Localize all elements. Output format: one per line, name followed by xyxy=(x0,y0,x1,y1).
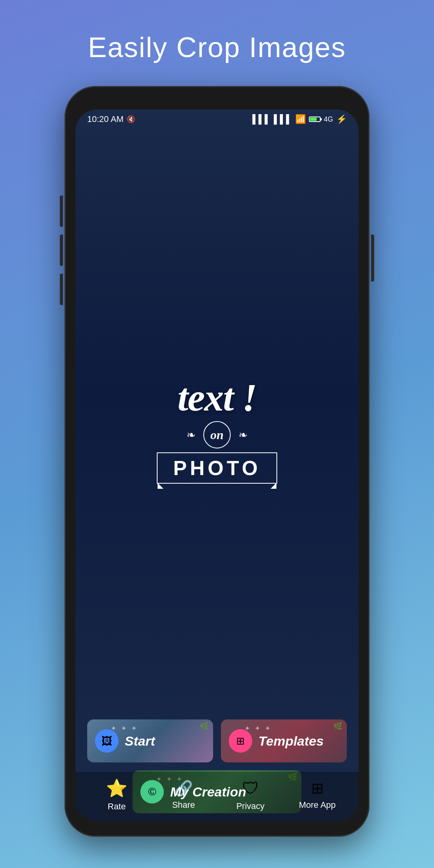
more-app-icon: ⊞ xyxy=(311,780,324,797)
logo-arrow-right: ❧ xyxy=(239,429,247,441)
time-display: 10:20 AM xyxy=(87,114,124,124)
birds-deco-templates: ✦ ✦ ✦ xyxy=(244,724,272,733)
templates-icon: ⊞ xyxy=(236,735,245,747)
app-logo: text ! ❧ on ❧ xyxy=(157,158,277,704)
leaf-deco-start: 🌿 xyxy=(199,721,209,731)
charging-icon: ⚡ xyxy=(336,114,347,124)
start-button[interactable]: ✦ ✦ ✦ 🖼 Start 🌿 xyxy=(87,719,213,762)
volume-up-button xyxy=(60,195,63,227)
more-app-label: More App xyxy=(299,800,335,810)
templates-label: Templates xyxy=(258,733,324,749)
wifi-icon: 📶 xyxy=(295,114,306,124)
status-right: ▌▌▌ ▌▌▌ 📶 4G ⚡ xyxy=(252,114,347,124)
silent-button xyxy=(60,274,63,305)
buttons-row-1: ✦ ✦ ✦ 🖼 Start 🌿 ✦ ✦ ✦ xyxy=(87,719,347,762)
power-button xyxy=(371,235,374,282)
my-creation-label: My Creation xyxy=(170,784,246,800)
phone-screen: 10:20 AM 🔇 ▌▌▌ ▌▌▌ 📶 4G ⚡ xyxy=(75,109,359,821)
nav-more-app[interactable]: ⊞ More App xyxy=(284,780,351,810)
templates-icon-circle: ⊞ xyxy=(229,729,252,753)
start-icon-circle: 🖼 xyxy=(95,729,118,753)
status-bar: 10:20 AM 🔇 ▌▌▌ ▌▌▌ 📶 4G ⚡ xyxy=(75,109,359,127)
battery-icon xyxy=(309,117,321,122)
logo-on-area: ❧ on ❧ xyxy=(187,421,247,448)
logo-arrow-left: ❧ xyxy=(187,429,195,441)
logo-text-main: text ! xyxy=(178,378,256,417)
app-content: text ! ❧ on ❧ xyxy=(75,127,359,821)
battery-label: 4G xyxy=(324,115,333,124)
privacy-label: Privacy xyxy=(236,801,264,811)
status-left: 10:20 AM 🔇 xyxy=(87,114,135,124)
phone-mockup: 10:20 AM 🔇 ▌▌▌ ▌▌▌ 📶 4G ⚡ xyxy=(65,86,369,837)
creation-icon: © xyxy=(148,786,156,798)
rate-label: Rate xyxy=(108,802,126,812)
share-label: Share xyxy=(172,800,195,810)
signal-icon-2: ▌▌▌ xyxy=(274,114,292,124)
start-label: Start xyxy=(125,733,155,749)
phone-frame: 10:20 AM 🔇 ▌▌▌ ▌▌▌ 📶 4G ⚡ xyxy=(65,86,369,837)
nav-rate[interactable]: ⭐ Rate xyxy=(83,778,150,812)
templates-button[interactable]: ✦ ✦ ✦ ⊞ Templates 🌿 xyxy=(221,719,347,762)
logo-on-circle: on xyxy=(203,421,231,448)
volume-down-button xyxy=(60,235,63,266)
leaf-deco-templates: 🌿 xyxy=(333,721,343,731)
signal-icon: ▌▌▌ xyxy=(252,114,271,124)
rate-icon: ⭐ xyxy=(106,778,127,798)
birds-deco-start: ✦ ✦ ✦ xyxy=(111,724,138,733)
mute-icon: 🔇 xyxy=(127,115,135,124)
logo-photo-banner: PHOTO xyxy=(157,452,277,484)
start-icon: 🖼 xyxy=(101,735,112,748)
page-title: Easily Crop Images xyxy=(0,0,434,63)
creation-icon-circle: © xyxy=(140,780,164,803)
